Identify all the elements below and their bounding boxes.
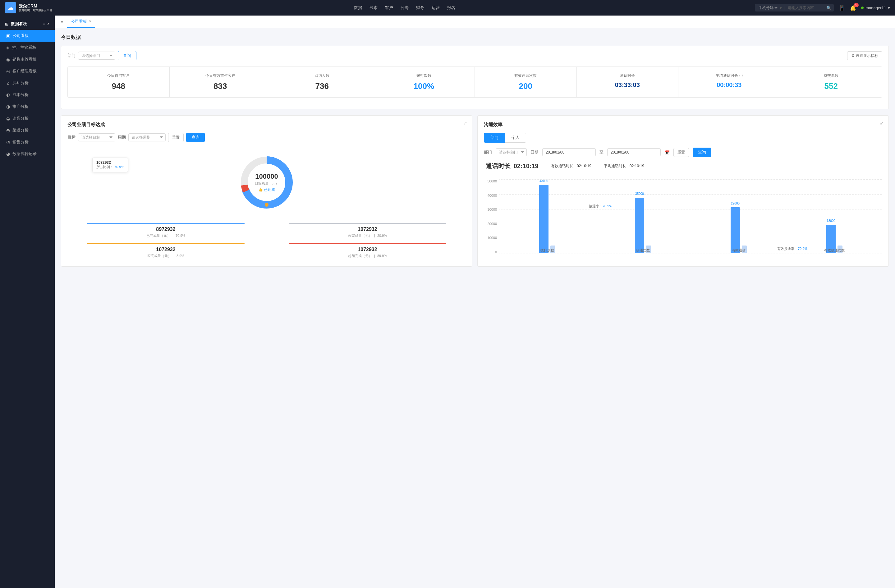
nav-customers[interactable]: 客户 bbox=[385, 4, 393, 12]
user-area[interactable]: manager11 ▾ bbox=[861, 6, 890, 10]
tab-label: 公司看板 bbox=[71, 19, 87, 24]
sidebar-header-controls: ≡ ∧ bbox=[43, 22, 50, 26]
promotion-board-icon: ◈ bbox=[6, 45, 10, 50]
metric-avg-duration: 平均通话时长 ⓘ 00:00:33 bbox=[678, 67, 780, 97]
bar-connect-main: 35000 bbox=[635, 198, 644, 253]
calendar-icon[interactable]: 📅 bbox=[664, 150, 670, 155]
promotion-analysis-icon: ◑ bbox=[6, 104, 10, 109]
metric-return-visit: 回访人数 736 bbox=[271, 67, 373, 97]
sidebar-item-label: 客户经理看板 bbox=[12, 68, 37, 74]
sidebar-item-sales-analysis[interactable]: ◔ 销售分析 bbox=[0, 136, 55, 148]
main-content: ≡ 公司看板 ✕ 今日数据 部门 请选择部门 查询 bbox=[55, 15, 895, 588]
sidebar-item-label: 访客分析 bbox=[12, 116, 29, 121]
sidebar-item-sales-board[interactable]: ◉ 销售主管看板 bbox=[0, 53, 55, 65]
sidebar-item-data-flow[interactable]: ◕ 数据流转记录 bbox=[0, 148, 55, 160]
comm-reset-button[interactable]: 重置 bbox=[674, 148, 689, 157]
sidebar-chevron-icon[interactable]: ∧ bbox=[47, 22, 50, 26]
comm-dept-select[interactable]: 请选择部门 bbox=[496, 148, 527, 156]
goal-expand-icon[interactable]: ⤢ bbox=[463, 121, 467, 126]
metric-new-consult: 今日首咨客户 948 bbox=[68, 67, 170, 97]
tabs-toggle-icon[interactable]: ≡ bbox=[60, 18, 65, 25]
donut-total-label: 目标总量（元） bbox=[255, 181, 279, 186]
comm-query-button[interactable]: 查询 bbox=[693, 148, 711, 157]
sidebar-item-cost[interactable]: ◐ 成本分析 bbox=[0, 89, 55, 101]
sidebar-item-funnel[interactable]: ⊿ 漏斗分析 bbox=[0, 77, 55, 89]
comm-tab-dept[interactable]: 部门 bbox=[484, 133, 505, 142]
customer-board-icon: ◎ bbox=[6, 69, 10, 74]
sidebar-item-label: 漏斗分析 bbox=[12, 80, 29, 86]
metric-label: 回访人数 bbox=[276, 73, 368, 78]
nav-data[interactable]: 数据 bbox=[354, 4, 362, 12]
notification-count: 5 bbox=[854, 3, 859, 7]
logo-icon: ☁ bbox=[5, 2, 16, 14]
nav-signup[interactable]: 报名 bbox=[447, 4, 455, 12]
bar-dial-main: 43000 bbox=[539, 185, 549, 253]
sidebar-item-promotion-board[interactable]: ◈ 推广主管看板 bbox=[0, 42, 55, 53]
nav-operations[interactable]: 运营 bbox=[432, 4, 440, 12]
sidebar-collapse-icon[interactable]: ≡ bbox=[43, 22, 45, 26]
search-input[interactable] bbox=[788, 6, 825, 10]
comm-avg-duration: 平均通话时长 02:10:19 bbox=[604, 164, 644, 169]
notification-bell[interactable]: 🔔 5 bbox=[850, 5, 856, 11]
stat-bar-incomplete bbox=[289, 223, 446, 224]
goal-filter-row: 目标 请选择目标 周期 请选择周期 重置 查询 bbox=[67, 133, 466, 142]
bar-group-effective-connect: 有效接通率：70.9% 18000 bbox=[787, 225, 882, 253]
settings-display-button[interactable]: ⚙ 设置显示指标 bbox=[847, 51, 882, 60]
bar-dial-blue bbox=[539, 185, 549, 253]
nav-leads[interactable]: 线索 bbox=[370, 4, 378, 12]
bar-label-effective: 29000 bbox=[731, 202, 740, 205]
sidebar-item-promotion-analysis[interactable]: ◑ 推广分析 bbox=[0, 101, 55, 112]
goal-panel-title: 公司业绩目标达成 bbox=[67, 122, 466, 128]
metric-value: 833 bbox=[174, 82, 266, 91]
svg-point-5 bbox=[265, 203, 268, 207]
metric-label: 今日有效首咨客户 bbox=[174, 73, 266, 78]
channel-icon: ◓ bbox=[6, 128, 10, 133]
comm-tab-personal[interactable]: 个人 bbox=[505, 133, 526, 142]
sidebar-item-company-board[interactable]: ▣ 公司看板 bbox=[0, 30, 55, 42]
cost-icon: ◐ bbox=[6, 92, 10, 97]
comm-date-to[interactable] bbox=[607, 148, 661, 156]
metric-call-duration: 通话时长 03:33:03 bbox=[577, 67, 679, 97]
goal-reset-button[interactable]: 重置 bbox=[168, 133, 184, 142]
metric-value: 736 bbox=[276, 82, 368, 91]
goal-query-button[interactable]: 查询 bbox=[186, 133, 205, 142]
bar-group-connect: 接通率：70.9% 35000 bbox=[595, 198, 691, 253]
today-query-button[interactable]: 查询 bbox=[118, 51, 137, 60]
metric-label: 拨打次数 bbox=[378, 73, 470, 78]
goal-target-select[interactable]: 请选择目标 bbox=[78, 133, 115, 141]
comm-dept-label: 部门 bbox=[484, 150, 492, 155]
search-filter-select[interactable]: 手机号码 bbox=[757, 5, 778, 10]
chart-area-container: 43000 拨打次数 接 bbox=[499, 179, 882, 260]
comm-expand-icon[interactable]: ⤢ bbox=[880, 121, 883, 126]
tooltip-percent-line: 所占比例： 70.9% bbox=[96, 165, 124, 170]
dept-select[interactable]: 请选择部门 bbox=[78, 52, 115, 60]
sidebar-section-title: 数据看板 bbox=[11, 21, 27, 27]
sidebar-item-label: 数据流转记录 bbox=[12, 151, 37, 157]
bottom-panels: 公司业绩目标达成 ⤢ 目标 请选择目标 周期 请选择周期 重置 查询 bbox=[61, 115, 889, 267]
sidebar-item-visitor[interactable]: ◒ 访客分析 bbox=[0, 112, 55, 124]
tooltip-percent: 70.9% bbox=[114, 165, 124, 169]
comm-date-from[interactable] bbox=[542, 148, 596, 156]
metrics-row: 今日首咨客户 948 今日有效首咨客户 833 回访人数 736 拨打次数 10… bbox=[67, 67, 882, 98]
connect-rate-annotation: 接通率：70.9% bbox=[589, 204, 612, 209]
mobile-icon[interactable]: 📱 bbox=[839, 5, 845, 11]
nav-finance[interactable]: 财务 bbox=[416, 4, 424, 12]
donut-total-value: 100000 bbox=[255, 173, 279, 180]
bar-wrapper-effective: 29000 bbox=[731, 207, 747, 253]
search-icon[interactable]: 🔍 bbox=[826, 6, 831, 10]
nav-public-sea[interactable]: 公海 bbox=[400, 4, 409, 12]
sidebar-item-label: 渠道分析 bbox=[12, 127, 29, 133]
goal-period-select[interactable]: 请选择周期 bbox=[128, 133, 165, 141]
nav-items: 数据 线索 客户 公海 财务 运营 报名 bbox=[55, 4, 755, 12]
metric-effective-calls: 有效通话次数 200 bbox=[475, 67, 577, 97]
sidebar-section-header[interactable]: ⊞ 数据看板 ≡ ∧ bbox=[0, 18, 55, 30]
sidebar-item-channel[interactable]: ◓ 渠道分析 bbox=[0, 124, 55, 136]
sidebar-item-customer-board[interactable]: ◎ 客户经理看板 bbox=[0, 65, 55, 77]
tab-company-board[interactable]: 公司看板 ✕ bbox=[67, 15, 95, 28]
sidebar-item-label: 公司看板 bbox=[13, 33, 29, 39]
tab-close-icon[interactable]: ✕ bbox=[89, 20, 91, 23]
effective-rate-annotation: 有效接通率：70.9% bbox=[777, 247, 807, 251]
tabs-bar: ≡ 公司看板 ✕ bbox=[55, 15, 895, 28]
sidebar-data-board-icon: ⊞ bbox=[5, 22, 8, 26]
goal-stats-grid: 8972932 已完成量（元） | 70.9% 1072932 未完成量 bbox=[67, 223, 466, 258]
